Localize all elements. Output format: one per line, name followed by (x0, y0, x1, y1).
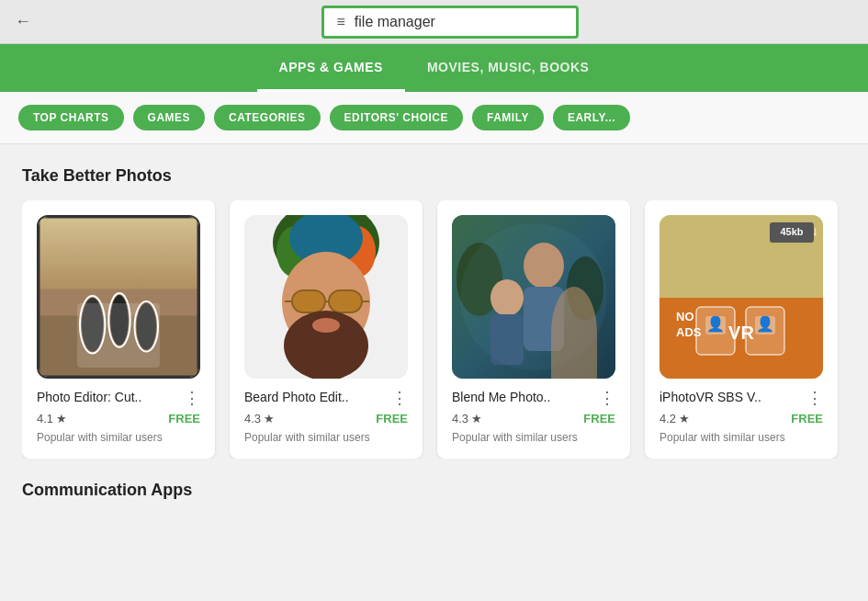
app-card-iphoto[interactable]: 45kb ↓ NO ADS 👤 👤 VR iPhotoVR (645, 200, 838, 459)
svg-rect-18 (329, 290, 362, 312)
more-icon-iphoto[interactable]: ⋮ (806, 390, 823, 406)
price-photo-editor: FREE (168, 412, 200, 425)
star-icon-iphoto: ★ (679, 412, 690, 425)
chip-categories[interactable]: CATEGORIES (214, 105, 320, 130)
svg-point-4 (82, 298, 103, 352)
app-name-beard: Beard Photo Edit.. (244, 390, 349, 404)
price-beard: FREE (376, 412, 408, 425)
svg-point-5 (110, 295, 129, 346)
star-icon-beard: ★ (264, 412, 275, 425)
chip-family[interactable]: FAMILY (472, 105, 544, 130)
svg-point-6 (137, 303, 157, 350)
tab-movies-music[interactable]: MOVIES, MUSIC, BOOKS (405, 44, 611, 92)
app-card-blend[interactable]: Blend Me Photo.. ⋮ 4.3 ★ FREE Popular wi… (437, 200, 630, 459)
svg-rect-2 (39, 316, 198, 377)
price-iphoto: FREE (791, 412, 823, 425)
popular-photo-editor: Popular with similar users (37, 431, 200, 444)
search-bar[interactable]: ≡ file manager (321, 6, 579, 39)
rating-row-beard: 4.3 ★ FREE (244, 412, 408, 425)
chip-early-access[interactable]: EARLY... (553, 105, 630, 130)
svg-text:VR: VR (728, 323, 754, 343)
more-icon-beard[interactable]: ⋮ (391, 390, 408, 406)
app-cards-row: Photo Editor: Cut.. ⋮ 4.1 ★ FREE Popular… (22, 200, 846, 459)
rating-blend: 4.3 ★ (452, 412, 482, 425)
app-thumbnail-iphoto: 45kb ↓ NO ADS 👤 👤 VR (659, 215, 823, 379)
svg-text:👤: 👤 (756, 315, 774, 333)
svg-text:NO: NO (676, 310, 694, 323)
app-name-row-beard: Beard Photo Edit.. ⋮ (244, 390, 408, 406)
svg-point-23 (312, 318, 340, 333)
more-icon-photo-editor[interactable]: ⋮ (184, 390, 200, 406)
star-icon: ★ (56, 412, 67, 425)
app-name-row-photo-editor: Photo Editor: Cut.. ⋮ (37, 390, 200, 406)
app-thumbnail-blend (452, 215, 615, 379)
rating-beard: 4.3 ★ (244, 412, 275, 425)
app-name-blend: Blend Me Photo.. (452, 390, 550, 404)
rating-row-iphoto: 4.2 ★ FREE (659, 412, 823, 425)
chip-games[interactable]: GAMES (133, 105, 206, 130)
svg-text:45kb: 45kb (780, 226, 803, 237)
content-area: Take Better Photos (0, 144, 868, 500)
more-icon-blend[interactable]: ⋮ (599, 390, 615, 406)
svg-point-31 (460, 223, 607, 370)
rating-row-photo-editor: 4.1 ★ FREE (37, 412, 200, 425)
search-text: file manager (355, 14, 435, 30)
tab-apps-games[interactable]: APPS & GAMES (257, 44, 405, 92)
price-blend: FREE (583, 412, 615, 425)
section-title-photos: Take Better Photos (22, 166, 846, 186)
app-thumbnail-beard (244, 215, 408, 379)
app-name-iphoto: iPhotoVR SBS V.. (659, 390, 761, 404)
star-icon-blend: ★ (471, 412, 482, 425)
app-name-photo-editor: Photo Editor: Cut.. (37, 390, 141, 404)
popular-iphoto: Popular with similar users (659, 431, 823, 444)
back-button[interactable]: ← (15, 12, 31, 31)
rating-iphoto: 4.2 ★ (659, 412, 690, 425)
hamburger-icon: ≡ (337, 14, 345, 30)
svg-rect-3 (39, 217, 198, 289)
svg-point-7 (80, 296, 105, 354)
popular-blend: Popular with similar users (452, 431, 615, 444)
svg-text:↓: ↓ (812, 223, 818, 238)
main-header: APPS & GAMES MOVIES, MUSIC, BOOKS (0, 44, 868, 92)
chip-editors-choice[interactable]: EDITORS' CHOICE (330, 105, 463, 130)
svg-rect-17 (292, 290, 325, 312)
rating-row-blend: 4.3 ★ FREE (452, 412, 615, 425)
app-card-photo-editor[interactable]: Photo Editor: Cut.. ⋮ 4.1 ★ FREE Popular… (22, 200, 215, 459)
section-title-communication: Communication Apps (22, 481, 846, 500)
svg-point-9 (135, 301, 158, 352)
popular-beard: Popular with similar users (244, 431, 408, 444)
svg-text:👤: 👤 (706, 315, 725, 333)
app-thumbnail-photo-editor (37, 215, 200, 379)
chip-top-charts[interactable]: TOP CHARTS (18, 105, 124, 130)
app-card-beard[interactable]: Beard Photo Edit.. ⋮ 4.3 ★ FREE Popular … (230, 200, 423, 459)
chips-row: TOP CHARTS GAMES CATEGORIES EDITORS' CHO… (0, 92, 868, 144)
app-name-row-blend: Blend Me Photo.. ⋮ (452, 390, 615, 406)
browser-bar: ← ≡ file manager (0, 0, 868, 44)
app-name-row-iphoto: iPhotoVR SBS V.. ⋮ (659, 390, 823, 406)
rating-photo-editor: 4.1 ★ (37, 412, 67, 425)
